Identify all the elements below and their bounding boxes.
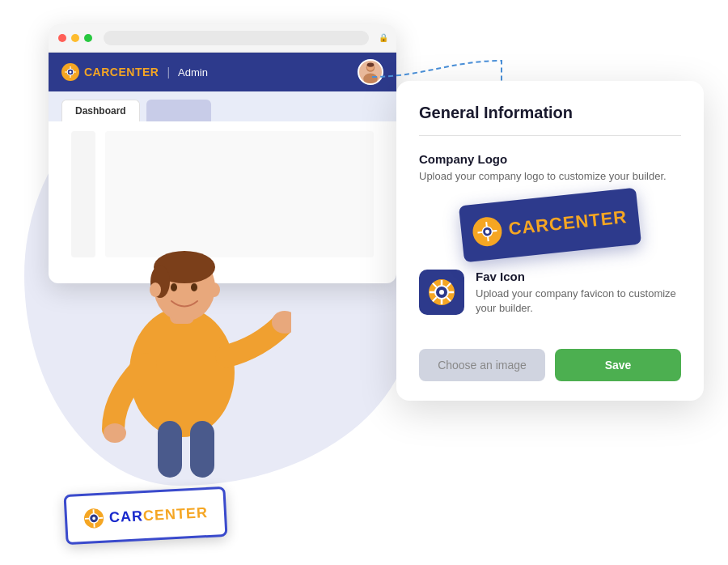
company-logo-badge: CARCENTER [459, 188, 641, 263]
svg-line-17 [478, 232, 483, 233]
logo-badge-wheel-icon [472, 216, 504, 249]
browser-titlebar: 🔒 [49, 24, 396, 53]
svg-point-2 [70, 71, 72, 74]
favicon-icon-box [419, 270, 464, 315]
nav-admin-label: Admin [178, 66, 208, 79]
svg-line-16 [488, 236, 489, 241]
browser-addressbar [104, 31, 369, 45]
nav-logo-text: CARCENTER [84, 66, 159, 79]
nav-logo-icon [61, 63, 79, 81]
company-logo-desc: Upload your company logo to customize yo… [419, 169, 681, 184]
svg-point-35 [171, 283, 177, 291]
nav-divider: | [167, 66, 170, 79]
logo-badge-text: CARCENTER [507, 206, 628, 240]
fav-icon-info: Fav Icon Upload your company favicon to … [476, 270, 681, 329]
held-sign-wheel-icon [83, 507, 104, 530]
svg-line-15 [487, 222, 488, 227]
save-button[interactable]: Save [555, 349, 681, 381]
svg-line-18 [493, 231, 497, 232]
choose-image-button[interactable]: Choose an image [419, 349, 545, 381]
browser-dot-red [58, 34, 66, 42]
wheel-icon [63, 65, 78, 79]
lock-icon: 🔒 [379, 33, 387, 43]
svg-rect-42 [190, 421, 214, 478]
svg-point-36 [191, 283, 197, 291]
browser-tab-dashboard[interactable]: Dashboard [61, 100, 140, 121]
svg-point-40 [104, 423, 126, 443]
fav-icon-desc: Upload your company favicon to customize… [476, 287, 681, 316]
browser-dot-yellow [71, 34, 79, 42]
favicon-wheel-icon [425, 276, 458, 308]
card-divider [419, 135, 681, 136]
browser-tab-inactive[interactable] [146, 100, 211, 121]
browser-navbar: CARCENTER | Admin [49, 53, 396, 91]
browser-dot-green [84, 34, 92, 42]
fav-icon-label: Fav Icon [476, 270, 681, 283]
svg-point-38 [209, 282, 220, 297]
browser-tabs-bar: Dashboard [49, 91, 396, 121]
held-sign: CARCENTER [64, 486, 228, 545]
svg-point-37 [150, 282, 161, 297]
card-title: General Information [419, 104, 681, 122]
fav-icon-section: Fav Icon Upload your company favicon to … [419, 270, 681, 329]
svg-point-21 [439, 290, 444, 295]
general-info-card: General Information Company Logo Upload … [396, 81, 704, 401]
action-buttons: Choose an image Save [419, 349, 681, 381]
nav-logo: CARCENTER | Admin [61, 63, 208, 81]
company-logo-label: Company Logo [419, 152, 681, 166]
svg-rect-41 [158, 421, 182, 478]
company-logo-section: Company Logo Upload your company logo to… [419, 152, 681, 253]
person-illustration [65, 162, 291, 486]
